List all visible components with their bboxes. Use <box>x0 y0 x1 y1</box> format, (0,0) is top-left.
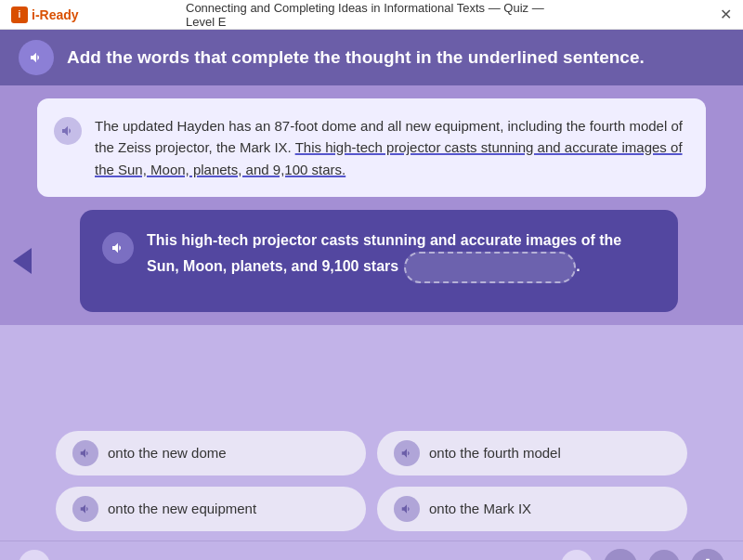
choice-label-2: onto the fourth model <box>429 445 561 461</box>
skip-back-button[interactable] <box>19 550 50 560</box>
brand-name: i-Ready <box>32 7 79 22</box>
choices-area: onto the new dome onto the fourth model … <box>0 418 743 540</box>
answer-sentence-text: This high-tech projector casts stunning … <box>147 228 656 284</box>
help-button[interactable]: ? <box>648 550 680 560</box>
passage-text: The updated Hayden has an 87-foot dome a… <box>95 115 684 180</box>
skip-forward-button[interactable] <box>561 550 593 560</box>
choice-button-2[interactable]: onto the fourth model <box>377 431 687 475</box>
page-title: Add the words that complete the thought … <box>67 47 645 68</box>
choice-speaker-4[interactable] <box>394 496 420 522</box>
brand-logo: i i-Ready <box>11 7 79 23</box>
logo-icon: i <box>11 7 28 23</box>
choice-speaker-1[interactable] <box>72 440 98 466</box>
answer-speaker-button[interactable] <box>102 232 134 264</box>
bottom-bar: ? <box>0 540 743 560</box>
header-speaker-button[interactable] <box>19 40 54 75</box>
choices-grid: onto the new dome onto the fourth model … <box>56 431 687 531</box>
choice-button-4[interactable]: onto the Mark IX <box>377 487 687 531</box>
choice-label-3: onto the new equipment <box>108 501 256 516</box>
passage-box: The updated Hayden has an 87-foot dome a… <box>37 98 706 197</box>
lower-spacer <box>0 325 743 418</box>
choice-button-3[interactable]: onto the new equipment <box>56 487 366 531</box>
answer-blank[interactable] <box>404 252 576 283</box>
header-bar: Add the words that complete the thought … <box>0 30 743 85</box>
choice-speaker-3[interactable] <box>72 496 98 522</box>
left-arrow <box>13 248 32 274</box>
pause-button[interactable] <box>604 549 637 560</box>
settings-button[interactable] <box>691 549 724 560</box>
close-button[interactable]: ✕ <box>720 6 732 23</box>
choice-label-4: onto the Mark IX <box>429 501 531 516</box>
answer-box: This high-tech projector casts stunning … <box>80 210 678 312</box>
title-bar: i i-Ready Connecting and Completing Idea… <box>0 0 743 30</box>
choice-label-1: onto the new dome <box>108 445 227 461</box>
answer-wrapper: This high-tech projector casts stunning … <box>37 210 706 312</box>
window-title: Connecting and Completing Ideas in Infor… <box>186 1 557 29</box>
passage-speaker-button[interactable] <box>54 117 82 145</box>
choice-button-1[interactable]: onto the new dome <box>56 431 366 475</box>
choice-speaker-2[interactable] <box>394 440 420 466</box>
answer-period: . <box>576 259 580 275</box>
